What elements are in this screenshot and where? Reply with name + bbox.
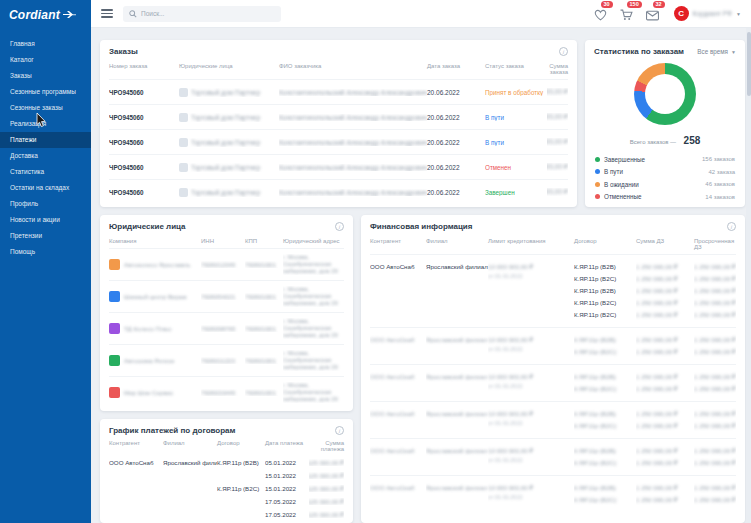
sidebar-item[interactable]: Каталог: [0, 52, 91, 68]
sidebar-item[interactable]: Остатки на складах: [0, 180, 91, 196]
overdue-cell: 1 250 000,00 ₽1 250 000,00 ₽: [694, 408, 736, 432]
table-row[interactable]: ЧРО945060Торговый дом ПартнерКонстантино…: [109, 179, 568, 204]
search-box[interactable]: [123, 6, 281, 22]
sidebar-item[interactable]: Платежи: [0, 132, 91, 148]
menu-icon[interactable]: [101, 7, 113, 20]
table-row[interactable]: 17.05.2022125 000,00 ₽: [109, 508, 344, 521]
sidebar-item[interactable]: Статистика: [0, 164, 91, 180]
sidebar-item[interactable]: Претензии: [0, 228, 91, 244]
chevron-down-icon: ▼: [736, 11, 741, 17]
info-icon[interactable]: i: [335, 426, 344, 435]
entities-body: Автоколесо Ярославль7606012345760601001г…: [109, 248, 344, 408]
sidebar-item[interactable]: Доставка: [0, 148, 91, 164]
finance-group-row[interactable]: ООО АвтоСнабЯрославский филиал10 000 000…: [370, 475, 736, 512]
receivables-sum: 1 250 000,00 ₽: [636, 273, 690, 285]
payment-sum-cell: 125 000,00 ₽: [309, 459, 344, 466]
contract-name: К.ЯР.11р (В2С): [574, 494, 632, 506]
entity-name: Торговый дом Партнер: [191, 164, 260, 171]
column-header: Филиал: [426, 238, 488, 250]
table-row[interactable]: Шинный центр Вираж7606054321760601001г. …: [109, 280, 344, 312]
order-status-cell: Завершен: [485, 189, 547, 196]
contract-name: К.ЯР.11р (В2С): [574, 309, 632, 321]
inn-cell: 7606098765: [201, 325, 245, 332]
legal-address: г. Москва, Серебряническая набережная, д…: [283, 318, 344, 339]
table-row[interactable]: ЧРО945060Торговый дом ПартнерКонстантино…: [109, 129, 568, 154]
contractor-cell: ООО АвтоСнаб: [370, 261, 426, 321]
contractor-name: ООО АвтоСнаб: [370, 408, 422, 420]
sidebar-item[interactable]: Главная: [0, 36, 91, 52]
table-row[interactable]: 17.05.2022125 000,00 ₽: [109, 495, 344, 508]
inn-cell: 7606033445: [201, 389, 245, 396]
legal-entities-panel: Юридические лица i КомпанияИННКППЮридиче…: [100, 215, 353, 411]
branch-name: Ярославский филиал: [163, 459, 217, 466]
overdue-cell: 1 250 000,00 ₽1 250 000,00 ₽: [694, 482, 736, 506]
sidebar-item[interactable]: Новости и акции: [0, 212, 91, 228]
legend-label: В пути: [604, 168, 623, 175]
entity-cell: Торговый дом Партнер: [179, 188, 279, 197]
table-row[interactable]: Мир Шин Сервис7606033445760601001г. Моск…: [109, 376, 344, 408]
legend-item: В пути42 заказа: [595, 166, 735, 179]
messages-button[interactable]: 32: [646, 7, 660, 21]
receivables-sum: 1 250 000,00 ₽: [636, 346, 690, 358]
favorites-button[interactable]: 30: [594, 7, 608, 21]
credit-limit-note: от 01.01.2022: [488, 346, 570, 352]
finance-group-row[interactable]: ООО АвтоСнабЯрославский филиал10 000 000…: [370, 364, 736, 401]
table-row[interactable]: ЧРО945060Торговый дом ПартнерКонстантино…: [109, 154, 568, 179]
finance-group-row[interactable]: ООО АвтоСнабЯрославский филиал10 000 000…: [370, 438, 736, 475]
column-header: Юридические лица: [179, 63, 279, 75]
scrollbar-thumb[interactable]: [747, 32, 751, 96]
period-select[interactable]: Все время ▼: [697, 48, 736, 55]
kpp-value: 760601001: [245, 261, 276, 268]
customer-name: Константинопольский Александр Александро…: [279, 89, 427, 96]
contract-name: К.ЯР.11р (В2В): [574, 334, 632, 346]
sidebar-item[interactable]: Профиль: [0, 196, 91, 212]
cart-button[interactable]: 150: [620, 7, 634, 21]
legend-dot: [595, 157, 600, 162]
user-menu[interactable]: C Кордиант РФ ▼: [674, 6, 741, 21]
sidebar-item[interactable]: Реализация: [0, 116, 91, 132]
column-header: Контрагент: [370, 238, 426, 250]
credit-limit-cell: 10 000 000,00 ₽от 01.01.2022: [488, 261, 574, 321]
info-icon[interactable]: i: [559, 47, 568, 56]
finance-group-row[interactable]: ООО АвтоСнабЯрославский филиал10 000 000…: [370, 327, 736, 364]
company-name: ТД Колесо Плюс: [124, 325, 172, 332]
payments-header: КонтрагентФилиалДоговорДата платежаСумма…: [109, 438, 344, 456]
entity-cell: Торговый дом Партнер: [179, 163, 279, 172]
legend-dot: [595, 194, 600, 199]
kpp-cell: 760601001: [245, 261, 283, 268]
contract-name: К.ЯР.11р (В2С): [574, 346, 632, 358]
table-row[interactable]: ООО АвтоСнабЯрославский филиалК.ЯР.11р (…: [109, 456, 344, 469]
table-row[interactable]: К.ЯР.11р (В2С)15.01.2022125 000,00 ₽: [109, 482, 344, 495]
sidebar-item[interactable]: Сезонные программы: [0, 84, 91, 100]
entities-header: КомпанияИННКППЮридический адрес: [109, 236, 344, 248]
table-row[interactable]: 15.01.2022125 000,00 ₽: [109, 469, 344, 482]
sidebar-item[interactable]: Заказы: [0, 68, 91, 84]
entity-cell: Торговый дом Партнер: [179, 138, 279, 147]
entity-name: Торговый дом Партнер: [191, 89, 260, 96]
info-icon[interactable]: i: [335, 222, 344, 231]
contract-name: К.ЯР.11р (В2С): [217, 485, 259, 492]
order-number: ЧРО945060: [109, 189, 143, 196]
finance-group-row[interactable]: ООО АвтоСнабЯрославский филиал10 000 000…: [370, 401, 736, 438]
sidebar-item[interactable]: Помощь: [0, 244, 91, 260]
sidebar-item[interactable]: Сезонные заказы: [0, 100, 91, 116]
finance-group-row[interactable]: ООО АвтоСнабЯрославский филиал10 000 000…: [370, 254, 736, 327]
table-row[interactable]: Автошина Регион7606011223760601001г. Мос…: [109, 344, 344, 376]
contractor-name: ООО АвтоСнаб: [109, 459, 154, 466]
kpp-value: 760601001: [245, 293, 276, 300]
table-row[interactable]: ТД Колесо Плюс7606098765760601001г. Моск…: [109, 312, 344, 344]
contract-name: К.ЯР.11р (В2С): [574, 420, 632, 432]
order-number-cell: ЧРО945060: [109, 189, 179, 196]
receivables-cell: 1 250 000,00 ₽1 250 000,00 ₽: [636, 482, 694, 506]
table-row[interactable]: ЧРО945060Торговый дом ПартнерКонстантино…: [109, 104, 568, 129]
receivables-sum: 1 250 000,00 ₽: [636, 494, 690, 506]
contract-name: К.ЯР.11р (В2В): [574, 261, 632, 273]
search-input[interactable]: [141, 10, 275, 17]
table-row[interactable]: Автоколесо Ярославль7606012345760601001г…: [109, 248, 344, 280]
branch-cell: Ярославский филиал: [163, 459, 217, 466]
cordiant-logo[interactable]: Cordiant: [0, 0, 91, 28]
info-icon[interactable]: i: [727, 222, 736, 231]
payment-sum: 125 000,00 ₽: [309, 511, 344, 518]
company-logo: [109, 355, 120, 366]
table-row[interactable]: ЧРО945060Торговый дом ПартнерКонстантино…: [109, 79, 568, 104]
